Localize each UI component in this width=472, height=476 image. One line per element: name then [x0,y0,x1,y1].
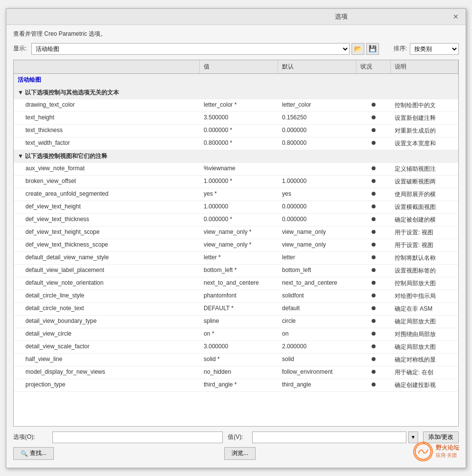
row-desc: 控制局部放大图 [391,277,458,290]
row-default [278,163,356,175]
row-status [356,379,391,391]
table-row[interactable]: def_view_text_thickness_scope view_name_… [14,239,458,252]
table-row[interactable]: ▼ 以下选项控制视图和它们的注释 [14,150,458,163]
table-row[interactable]: half_view_line solid * solid 确定对称线的显 [14,354,458,366]
row-status [356,265,391,277]
row-value: letter * [200,252,278,264]
table-row[interactable]: ▼ 以下选项控制与其他选项无关的文本 [14,87,458,99]
sort-label: 排序: [394,45,407,53]
row-status [356,125,391,137]
table-row[interactable]: projection_type third_angle * third_angl… [14,379,458,392]
value-input-label: 值(V): [228,433,247,441]
row-value: view_name_only * [200,239,278,251]
row-name: broken_view_offset [14,176,200,188]
row-name: def_view_text_thickness [14,214,200,226]
row-desc: 对围绕由局部放 [391,328,458,340]
table-row[interactable]: model_display_for_new_views no_hidden fo… [14,366,458,379]
col-desc: 说明 [391,60,458,73]
row-value: 3.500000 [200,112,278,124]
col-value: 值 [200,60,278,73]
browse-button[interactable]: 浏览... [224,447,256,460]
row-status [356,99,391,112]
description-text: 查看并管理 Creo Parametric 选项。 [13,30,459,38]
row-name: def_view_text_height_scope [14,227,200,239]
options-input[interactable] [52,431,223,443]
row-desc: 对重新生成后的 [391,125,458,137]
row-status [356,290,391,302]
row-default: yes [278,188,356,201]
table-row[interactable]: text_height 3.500000 0.156250 设置新创建注释 [14,112,458,125]
row-desc: 确定对称线的显 [391,354,458,366]
table-body: 活动绘图 ▼ 以下选项控制与其他选项无关的文本 drawing_text_col… [14,74,458,426]
row-status [356,328,391,340]
sort-select[interactable]: 按类别按字母 [410,43,459,55]
row-name: detail_view_scale_factor [14,341,200,353]
row-status [356,316,391,328]
table-row[interactable]: default_view_note_orientation next_to_an… [14,277,458,290]
table-row[interactable]: def_view_text_height_scope view_name_onl… [14,227,458,239]
table-row[interactable]: detail_view_boundary_type spline circle … [14,316,458,328]
table-row[interactable]: detail_view_circle on * on 对围绕由局部放 [14,328,458,341]
table-row[interactable]: detail_circle_line_style phantomfont sol… [14,290,458,303]
save-icon-btn[interactable]: 💾 [366,43,379,55]
row-default: follow_environment [278,366,356,379]
row-default: solid [278,354,356,366]
options-row: 选项(O): 值(V): ▼ 添加/更改 [13,431,459,443]
row-status [356,341,391,353]
row-status [356,239,391,251]
row-status [356,201,391,213]
row-desc: 设置横截面视图 [391,201,458,213]
table-row[interactable]: drawing_text_color letter_color * letter… [14,99,458,112]
row-status [356,252,391,264]
row-status [356,112,391,124]
row-value: next_to_and_centere [200,277,278,290]
row-desc: 用于设置: 视图 [391,227,458,239]
watermark: 野火论坛 应用·关团 [413,442,459,461]
table-row[interactable]: aux_view_note_format %viewname 定义辅助视图注 [14,163,458,176]
row-status [356,214,391,226]
row-status [356,277,391,290]
row-status [356,354,391,366]
row-name: create_area_unfold_segmented [14,188,200,201]
options-table: 值 默认 状况 说明 活动绘图 ▼ 以下选项控制与其他选项无关的文本 drawi… [13,60,459,427]
table-row[interactable]: detail_circle_note_text DEFAULT * defaul… [14,303,458,316]
table-row[interactable]: text_thickness 0.000000 * 0.000000 对重新生成… [14,125,458,137]
row-value: 3.000000 [200,341,278,353]
folder-icon-btn[interactable]: 📂 [352,43,364,55]
value-input[interactable] [252,431,406,443]
row-default: letter [278,252,356,264]
row-default: 0.000000 [278,125,356,137]
table-row[interactable]: create_area_unfold_segmented yes * yes 使… [14,188,458,201]
section-label: ▼ 以下选项控制视图和它们的注释 [14,150,458,162]
row-name: default_view_label_placement [14,265,200,277]
col-name [14,60,200,73]
find-button[interactable]: 🔍 查找... [13,447,54,460]
row-name: default_detail_view_name_style [14,252,200,264]
row-value: 0.000000 * [200,125,278,137]
row-desc: 使局部展开的横 [391,188,458,201]
table-row[interactable]: def_view_text_height 1.000000 0.000000 设… [14,201,458,214]
row-name: default_view_note_orientation [14,277,200,290]
table-row[interactable]: default_detail_view_name_style letter * … [14,252,458,265]
row-default: default [278,303,356,315]
table-row[interactable]: broken_view_offset 1.000000 * 1.000000 设… [14,176,458,188]
row-default: third_angle [278,379,356,391]
row-desc: 控制将默认名称 [391,252,458,264]
row-value: bottom_left * [200,265,278,277]
close-button[interactable]: ✕ [451,12,461,22]
table-row[interactable]: text_width_factor 0.800000 * 0.800000 设置… [14,137,458,150]
row-default: letter_color [278,99,356,112]
display-select[interactable]: 活动绘图 [31,43,349,55]
row-name: def_view_text_thickness_scope [14,239,200,251]
table-row[interactable]: detail_view_scale_factor 3.000000 2.0000… [14,341,458,354]
row-desc: 设置视图标签的 [391,265,458,277]
table-row[interactable]: 活动绘图 [14,74,458,87]
section-label: ▼ 以下选项控制与其他选项无关的文本 [14,87,458,99]
row-name: drawing_text_color [14,99,200,112]
row-value: no_hidden [200,366,278,379]
title-bar: 选项 ✕ [6,9,466,25]
options-dialog: 选项 ✕ 查看并管理 Creo Parametric 选项。 显示: 活动绘图 … [6,8,466,468]
table-row[interactable]: default_view_label_placement bottom_left… [14,265,458,277]
table-row[interactable]: def_view_text_thickness 0.000000 * 0.000… [14,214,458,227]
row-value: phantomfont [200,290,278,302]
